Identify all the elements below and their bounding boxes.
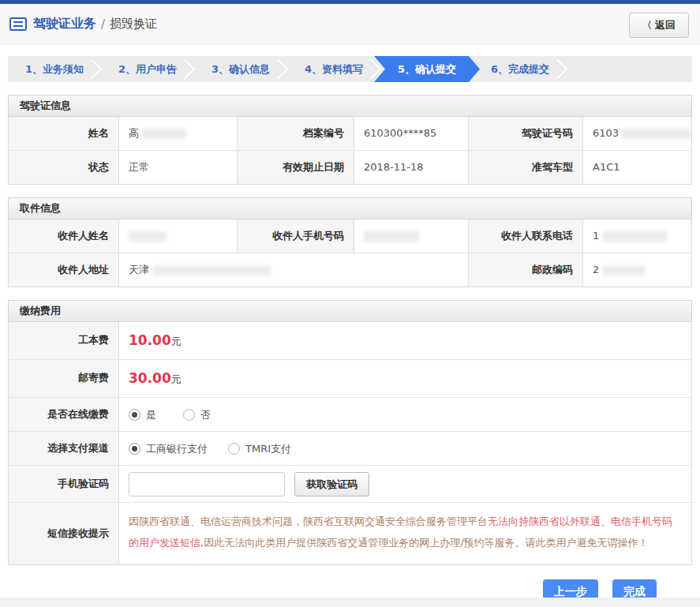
redacted-block (602, 231, 667, 242)
online-pay-options: 是 否 (119, 398, 691, 431)
expiry-value: 2018-11-18 (354, 151, 469, 184)
license-no-value: 6103 (583, 117, 691, 150)
license-table: 姓名 高 档案编号 610300****85 驾驶证号码 6103 状态 正常 … (8, 117, 692, 185)
recipient-phone-label: 收件人联系电话 (469, 219, 583, 253)
recipient-name-value (119, 219, 238, 253)
channel-option-icbc[interactable]: 工商银行支付 (129, 433, 208, 465)
license-section-title: 驾驶证信息 (8, 95, 692, 117)
fee-unit: 元 (171, 373, 182, 385)
license-info-section: 驾驶证信息 姓名 高 档案编号 610300****85 驾驶证号码 6103 … (8, 95, 692, 185)
captcha-input[interactable] (129, 472, 285, 496)
notice-segment: 因陕西省联通、电信运营商技术问题，陕西省互联网交通安全综合服务管理平台 (129, 515, 488, 527)
payment-section: 缴纳费用 工本费 10.00元 邮寄费 30.00元 是否在线缴费 是 否 选择… (8, 300, 692, 565)
redacted-block (129, 231, 167, 242)
sms-notice-row: 短信接收提示 因陕西省联通、电信运营商技术问题，陕西省互联网交通安全综合服务管理… (9, 502, 691, 564)
fee-unit: 元 (171, 335, 182, 347)
name-label: 姓名 (9, 117, 119, 150)
sms-notice-text: 因陕西省联通、电信运营商技术问题，陕西省互联网交通安全综合服务管理平台无法向持陕… (119, 503, 691, 564)
step-6-complete[interactable]: 6、完成提交 (474, 56, 567, 82)
vehicle-class-value: A1C1 (583, 151, 691, 184)
sms-captcha-label: 手机验证码 (9, 466, 119, 502)
step-5-confirm-submit[interactable]: 5、确认提交 (374, 56, 480, 82)
license-no-label: 驾驶证号码 (469, 117, 583, 150)
postage-fee-label: 邮寄费 (9, 360, 119, 397)
recipient-phone-value: 1 (583, 219, 691, 253)
table-row: 姓名 高 档案编号 610300****85 驾驶证号码 6103 (9, 117, 691, 150)
get-code-button[interactable]: 获取验证码 (294, 472, 369, 496)
postal-code-value: 2 (583, 253, 691, 287)
step-2-declaration[interactable]: 2、用户申告 (101, 56, 194, 82)
postage-fee-value: 30.00元 (119, 360, 691, 397)
radio-unchecked-icon[interactable] (228, 443, 240, 455)
online-pay-option-no[interactable]: 否 (183, 399, 211, 431)
page-bottom-strip (0, 598, 700, 607)
breadcrumb-separator: / (101, 17, 105, 32)
radio-label: 否 (200, 399, 211, 431)
postal-code-label: 邮政编码 (469, 253, 583, 287)
notice-segment: 因此无法向此类用户提供陕西省交通管理业务的网上办理/预约等服务。请此类用户避免无… (204, 537, 648, 549)
back-button[interactable]: 〈返回 (629, 13, 689, 38)
online-pay-label: 是否在线缴费 (9, 398, 119, 431)
vehicle-class-label: 准驾车型 (469, 151, 583, 184)
file-no-value: 610300****85 (354, 117, 469, 150)
payment-section-title: 缴纳费用 (8, 300, 692, 322)
production-fee-label: 工本费 (9, 322, 119, 359)
radio-checked-icon[interactable] (129, 443, 140, 455)
recipient-name-label: 收件人姓名 (9, 219, 119, 253)
radio-label: 是 (146, 399, 156, 431)
page-header: 驾驶证业务 / 损毁换证 〈返回 (0, 4, 700, 45)
fee-amount: 10.00 (129, 332, 171, 348)
production-fee-row: 工本费 10.00元 (9, 322, 691, 359)
step-1-notice[interactable]: 1、业务须知 (8, 56, 101, 82)
table-row: 状态 正常 有效期止日期 2018-11-18 准驾车型 A1C1 (9, 150, 691, 184)
redacted-block (602, 265, 645, 275)
sms-notice-label: 短信接收提示 (9, 503, 119, 564)
radio-unchecked-icon[interactable] (183, 409, 195, 421)
step-3-confirm-info[interactable]: 3、确认信息 (194, 56, 287, 82)
postage-fee-row: 邮寄费 30.00元 (9, 359, 691, 397)
pickup-section-title: 取件信息 (8, 197, 692, 219)
status-value: 正常 (119, 151, 238, 184)
file-no-label: 档案编号 (238, 117, 354, 150)
redacted-block (622, 129, 691, 139)
sms-captcha-field: 获取验证码 (119, 466, 691, 502)
redacted-block (152, 265, 271, 275)
recipient-address-label: 收件人地址 (9, 253, 119, 287)
production-fee-value: 10.00元 (119, 322, 691, 359)
step-bar-filler (567, 56, 692, 82)
channel-option-tmri[interactable]: TMRI支付 (228, 433, 291, 465)
recipient-mobile-label: 收件人手机号码 (238, 219, 354, 253)
fee-amount: 30.00 (129, 370, 171, 386)
recipient-mobile-value (354, 219, 469, 253)
table-row: 收件人地址 天津 邮政编码 2 (9, 253, 691, 287)
table-row: 收件人姓名 收件人手机号码 收件人联系电话 1 (9, 219, 691, 253)
radio-checked-icon[interactable] (129, 409, 140, 421)
breadcrumb-current: 损毁换证 (110, 17, 157, 32)
expiry-label: 有效期止日期 (238, 151, 354, 184)
name-value: 高 (119, 117, 238, 150)
page-title: 驾驶证业务 (33, 16, 96, 32)
online-pay-row: 是否在线缴费 是 否 (9, 397, 691, 431)
pickup-table: 收件人姓名 收件人手机号码 收件人联系电话 1 收件人地址 天津 邮政编码 2 (8, 219, 692, 287)
radio-label: 工商银行支付 (146, 433, 208, 465)
redacted-block (142, 129, 186, 139)
recipient-address-value: 天津 (119, 253, 469, 287)
status-label: 状态 (9, 151, 119, 184)
pay-channel-options: 工商银行支付 TMRI支付 (119, 432, 691, 465)
pay-channel-label: 选择支付渠道 (9, 432, 119, 465)
online-pay-option-yes[interactable]: 是 (129, 399, 156, 431)
payment-table: 工本费 10.00元 邮寄费 30.00元 是否在线缴费 是 否 选择支付渠道 … (8, 322, 692, 565)
step-wizard: 1、业务须知 2、用户申告 3、确认信息 4、资料填写 5、确认提交 6、完成提… (8, 56, 692, 82)
chevron-left-icon: 〈 (642, 20, 652, 31)
form-list-icon (9, 17, 27, 31)
radio-label: TMRI支付 (245, 433, 291, 465)
pay-channel-row: 选择支付渠道 工商银行支付 TMRI支付 (9, 431, 691, 465)
sms-captcha-row: 手机验证码 获取验证码 (9, 465, 691, 502)
pickup-info-section: 取件信息 收件人姓名 收件人手机号码 收件人联系电话 1 收件人地址 天津 邮政… (8, 197, 692, 287)
redacted-block (364, 231, 419, 242)
back-button-label: 返回 (655, 19, 676, 31)
step-4-fill-data[interactable]: 4、资料填写 (287, 56, 380, 82)
